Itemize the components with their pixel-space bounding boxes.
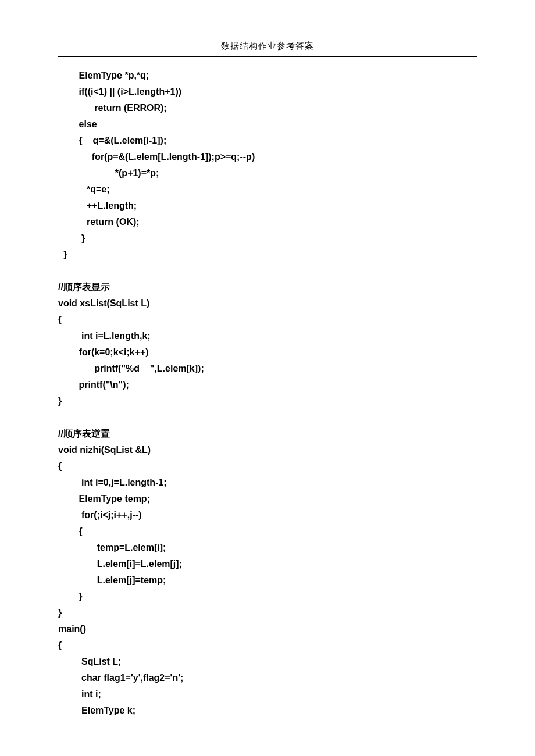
document-page: 数据结构作业参考答案 ElemType *p,*q; if((i<1) || (… bbox=[0, 0, 535, 756]
page-header: 数据结构作业参考答案 bbox=[58, 41, 477, 57]
code-block: ElemType *p,*q; if((i<1) || (i>L.length+… bbox=[58, 67, 477, 719]
